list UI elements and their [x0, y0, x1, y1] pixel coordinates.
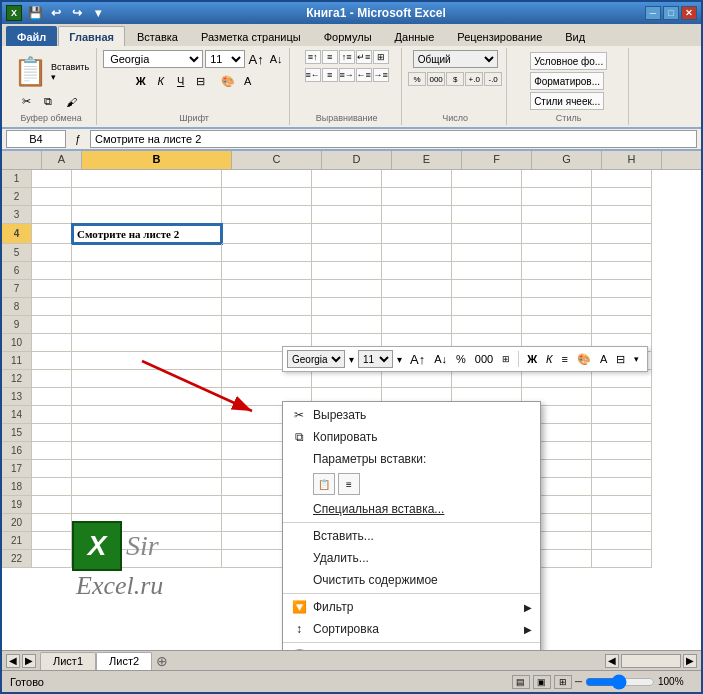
cell-f2[interactable]	[452, 188, 522, 206]
ctx-insert[interactable]: Вставить...	[283, 525, 540, 547]
cut-btn[interactable]: ✂	[19, 92, 39, 111]
scroll-right-btn[interactable]: ▶	[683, 654, 697, 668]
cell-c2[interactable]	[222, 188, 312, 206]
mini-percent[interactable]: %	[452, 349, 470, 369]
cell-a2[interactable]	[32, 188, 72, 206]
sheet-tab-1[interactable]: Лист1	[40, 652, 96, 670]
mini-fill[interactable]: 🎨	[573, 349, 595, 369]
cell-c4[interactable]	[222, 224, 312, 244]
redo-btn[interactable]: ↪	[68, 4, 86, 22]
col-header-d[interactable]: D	[322, 151, 392, 169]
align-top-center-btn[interactable]: ≡	[322, 50, 338, 64]
normal-view-btn[interactable]: ▤	[512, 675, 530, 689]
paste-icon-1[interactable]: 📋	[313, 473, 335, 495]
col-header-a[interactable]: A	[42, 151, 82, 169]
add-sheet-btn[interactable]: ⊕	[152, 653, 168, 669]
cell-h3[interactable]	[592, 206, 652, 224]
sheet-tab-2[interactable]: Лист2	[96, 652, 152, 670]
cell-e1[interactable]	[382, 170, 452, 188]
close-btn[interactable]: ✕	[681, 6, 697, 20]
scroll-left-btn[interactable]: ◀	[605, 654, 619, 668]
cell-e2[interactable]	[382, 188, 452, 206]
decrease-font-btn[interactable]: A↓	[267, 50, 285, 68]
cell-d1[interactable]	[312, 170, 382, 188]
cell-g2[interactable]	[522, 188, 592, 206]
bold-btn[interactable]: Ж	[132, 72, 150, 90]
paste-icon-2[interactable]: ≡	[338, 473, 360, 495]
tab-review[interactable]: Рецензирование	[446, 26, 553, 46]
col-header-c[interactable]: C	[232, 151, 322, 169]
function-wizard-btn[interactable]: ƒ	[70, 131, 86, 147]
currency-btn[interactable]: $	[446, 72, 464, 86]
page-layout-btn[interactable]: ▣	[533, 675, 551, 689]
font-color-btn[interactable]: A	[239, 72, 257, 90]
font-size-select[interactable]: 11	[205, 50, 245, 68]
tab-insert[interactable]: Вставка	[126, 26, 189, 46]
col-header-e[interactable]: E	[392, 151, 462, 169]
scroll-tab-left[interactable]: ◀	[6, 654, 20, 668]
mini-000[interactable]: 000	[471, 349, 497, 369]
tab-page-layout[interactable]: Разметка страницы	[190, 26, 312, 46]
cell-b3[interactable]	[72, 206, 222, 224]
cell-styles-btn[interactable]: Стили ячеек...	[530, 92, 604, 110]
increase-font-btn[interactable]: A↑	[247, 50, 265, 68]
wrap-text-btn[interactable]: ↵≡	[356, 50, 372, 64]
cell-c3[interactable]	[222, 206, 312, 224]
col-header-b[interactable]: B	[82, 151, 232, 169]
mini-borders[interactable]: ⊟	[612, 349, 629, 369]
tab-data[interactable]: Данные	[384, 26, 446, 46]
cell-a3[interactable]	[32, 206, 72, 224]
mini-font-color[interactable]: А	[596, 349, 611, 369]
dec-inc-btn[interactable]: +.0	[465, 72, 483, 86]
ctx-sort[interactable]: ↕ Сортировка ▶	[283, 618, 540, 640]
cell-d4[interactable]	[312, 224, 382, 244]
cell-g3[interactable]	[522, 206, 592, 224]
undo-btn[interactable]: ↩	[47, 4, 65, 22]
cell-h1[interactable]	[592, 170, 652, 188]
tab-formulas[interactable]: Формулы	[313, 26, 383, 46]
cell-b1[interactable]	[72, 170, 222, 188]
col-header-g[interactable]: G	[532, 151, 602, 169]
cell-b2[interactable]	[72, 188, 222, 206]
cell-f3[interactable]	[452, 206, 522, 224]
tab-home[interactable]: Главная	[58, 26, 125, 46]
cell-e4[interactable]	[382, 224, 452, 244]
cell-h4[interactable]	[592, 224, 652, 244]
maximize-btn[interactable]: □	[663, 6, 679, 20]
cell-d3[interactable]	[312, 206, 382, 224]
save-btn[interactable]: 💾	[26, 4, 44, 22]
mini-bold[interactable]: Ж	[523, 349, 541, 369]
italic-btn[interactable]: К	[152, 72, 170, 90]
ctx-delete[interactable]: Удалить...	[283, 547, 540, 569]
cell-c1[interactable]	[222, 170, 312, 188]
mini-italic[interactable]: К	[542, 349, 556, 369]
cell-a4[interactable]	[32, 224, 72, 244]
col-header-f[interactable]: F	[462, 151, 532, 169]
ctx-copy[interactable]: ⧉ Копировать	[283, 426, 540, 448]
cell-g4[interactable]	[522, 224, 592, 244]
minimize-btn[interactable]: ─	[645, 6, 661, 20]
conditional-format-btn[interactable]: Условное фо...	[530, 52, 607, 70]
col-header-h[interactable]: H	[602, 151, 662, 169]
font-name-select[interactable]: Georgia	[103, 50, 203, 68]
cell-f4[interactable]	[452, 224, 522, 244]
mini-currency[interactable]: ⊞	[498, 349, 514, 369]
paste-btn[interactable]: 📋 Вставить ▾	[10, 52, 92, 91]
cell-f1[interactable]	[452, 170, 522, 188]
mini-decrease-font[interactable]: A↓	[430, 349, 451, 369]
cell-a1[interactable]	[32, 170, 72, 188]
ctx-cut[interactable]: ✂ Вырезать	[283, 404, 540, 426]
format-table-btn[interactable]: Форматиров...	[530, 72, 604, 90]
align-top-right-btn[interactable]: ↑≡	[339, 50, 355, 64]
formula-input[interactable]	[90, 130, 697, 148]
dropdown-btn[interactable]: ▾	[89, 4, 107, 22]
ctx-comment[interactable]: 💬 Вставить примечание	[283, 645, 540, 650]
merge-btn[interactable]: ⊞	[373, 50, 389, 64]
align-center-btn[interactable]: ≡	[322, 68, 338, 82]
cell-e3[interactable]	[382, 206, 452, 224]
dec-dec-btn[interactable]: -.0	[484, 72, 502, 86]
underline-btn[interactable]: Ч	[172, 72, 190, 90]
horizontal-scrollbar[interactable]	[621, 654, 681, 668]
align-top-left-btn[interactable]: ≡↑	[305, 50, 321, 64]
indent-dec-btn[interactable]: ←≡	[356, 68, 372, 82]
